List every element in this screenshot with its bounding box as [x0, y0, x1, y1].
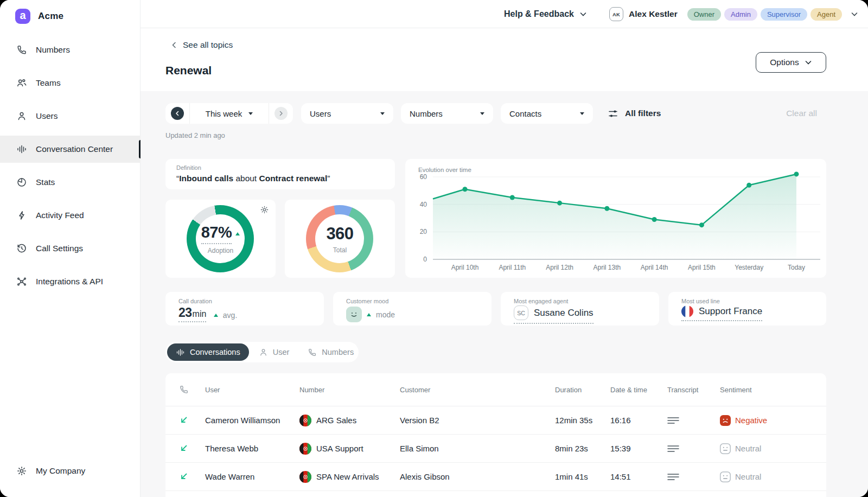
next-period-button[interactable] [275, 107, 288, 120]
sidebar-item-numbers[interactable]: Numbers [0, 36, 141, 63]
user-icon [259, 348, 268, 357]
number-cell: ARG Sales [299, 406, 356, 434]
role-badge-admin: Admin [724, 8, 757, 21]
all-filters-label: All filters [625, 109, 661, 118]
user-name: Alex Kestler [629, 9, 678, 19]
acme-logo: a [15, 9, 30, 24]
caret-down-icon [380, 112, 385, 115]
customer-cell: Version B2 [400, 406, 439, 434]
filters-icon [608, 109, 618, 119]
column-header-customer: Customer [400, 373, 430, 406]
app-window: a Acme NumbersTeamsUsersConversation Cen… [0, 0, 868, 497]
users-filter[interactable]: Users [301, 103, 393, 124]
most-engaged-agent-title: Most engaged agent [514, 298, 646, 304]
teams-icon [16, 78, 27, 88]
call-duration-value: 23 [178, 305, 192, 320]
chevron-down-icon [805, 59, 812, 66]
duration-cell: 8min 23s [555, 435, 588, 462]
conversations-table: UserNumberCustomerDurationDate & timeTra… [165, 373, 826, 497]
call-duration-note: avg. [223, 311, 237, 320]
role-badge-agent: Agent [810, 8, 842, 21]
waveform-icon [176, 348, 185, 357]
back-link[interactable]: See all topics [171, 40, 233, 50]
sidebar-item-activity-feed[interactable]: Activity Feed [0, 202, 141, 229]
clear-all-button[interactable]: Clear all [786, 103, 817, 124]
period-filter: This week [165, 103, 293, 124]
numbers-filter-label: Numbers [410, 109, 443, 118]
numbers-filter[interactable]: Numbers [401, 103, 493, 124]
svg-text:April 12th: April 12th [546, 264, 573, 271]
contacts-filter-label: Contacts [509, 109, 541, 118]
trend-up-icon [367, 313, 371, 316]
sidebar-item-integrations-api[interactable]: Integrations & API [0, 268, 141, 295]
trend-up-icon [235, 232, 240, 235]
page-header: See all topics Renewal Options [141, 28, 868, 91]
caret-down-icon [480, 112, 484, 115]
chevron-down-icon [579, 10, 587, 18]
sidebar-item-stats[interactable]: Stats [0, 169, 141, 196]
agent-avatar: SC [514, 305, 528, 320]
customer-mood-note: mode [376, 310, 395, 319]
tab-user[interactable]: User [250, 343, 298, 361]
sidebar-item-teams[interactable]: Teams [0, 69, 141, 97]
caret-down-icon [580, 112, 584, 115]
waveform-icon [16, 144, 27, 155]
transcript-icon[interactable] [667, 435, 679, 462]
call-duration-unit: min [193, 309, 207, 319]
sidebar-item-my-company[interactable]: My Company [16, 466, 85, 476]
sidebar: a Acme NumbersTeamsUsersConversation Cen… [0, 0, 141, 497]
sentiment-cell: Neutral [720, 435, 761, 462]
sidebar-item-call-settings[interactable]: Call Settings [0, 235, 141, 262]
tab-conversations[interactable]: Conversations [167, 343, 249, 361]
period-dropdown[interactable]: This week [190, 109, 269, 118]
contacts-filter[interactable]: Contacts [501, 103, 593, 124]
sidebar-item-conversation-center[interactable]: Conversation Center [0, 136, 141, 163]
column-header-date-time: Date & time [610, 373, 647, 406]
help-feedback-label: Help & Feedback [504, 9, 574, 19]
transcript-icon[interactable] [667, 406, 679, 434]
duration-cell: 1min 41s [555, 463, 588, 490]
help-feedback[interactable]: Help & Feedback [504, 0, 587, 28]
all-filters-button[interactable]: All filters [608, 103, 661, 124]
svg-text:Yesterday: Yesterday [735, 264, 763, 271]
phone-column-icon [179, 373, 189, 406]
caret-down-icon [248, 112, 253, 115]
table-row[interactable]: Wade WarrenSPA New ArrivalsAlexis Gibson… [165, 463, 826, 491]
france-flag-icon [681, 305, 693, 317]
topbar: Help & Feedback AK Alex Kestler OwnerAdm… [141, 0, 868, 28]
duration-cell: 12min 35s [555, 406, 592, 434]
updated-timestamp: Updated 2 min ago [165, 131, 225, 139]
table-row[interactable]: Cameron WilliamsonARG SalesVersion B212m… [165, 406, 826, 435]
role-badge-owner: Owner [687, 8, 721, 21]
transcript-icon[interactable] [667, 463, 679, 490]
flag-icon [299, 415, 311, 426]
mood-smiley-icon [346, 307, 362, 322]
call-duration-card: Call duration 23 min avg. [165, 292, 324, 326]
prev-period-button[interactable] [171, 107, 184, 120]
pie-icon [16, 177, 27, 188]
chevron-right-icon [278, 111, 284, 116]
sentiment-neutral: Neutral [720, 471, 761, 482]
account-menu[interactable]: AK Alex Kestler OwnerAdminSupervisorAgen… [609, 0, 858, 28]
definition-label: Definition [176, 164, 384, 171]
options-button[interactable]: Options [756, 52, 826, 73]
time-cell: 14:51 [610, 463, 631, 490]
table-row[interactable]: Theresa WebbUSA SupportElla Simon8min 23… [165, 435, 826, 463]
sidebar-item-users[interactable]: Users [0, 103, 141, 130]
brand-name: Acme [38, 11, 63, 22]
user-cell: Theresa Webb [205, 435, 258, 462]
gear-icon [16, 466, 27, 476]
tab-numbers[interactable]: Numbers [299, 343, 362, 361]
incoming-call-icon [179, 435, 188, 462]
table-header: UserNumberCustomerDurationDate & timeTra… [165, 373, 826, 406]
role-badges: OwnerAdminSupervisorAgent [684, 8, 842, 21]
brand: a Acme [15, 9, 63, 24]
number-cell: SPA New Arrivals [299, 463, 379, 490]
line-name: Support France [699, 306, 762, 317]
customer-cell: Ella Simon [400, 435, 439, 462]
adoption-label: Adoption [208, 247, 233, 254]
trend-up-icon [214, 314, 218, 317]
user-icon [16, 111, 27, 122]
phone-icon [16, 44, 27, 55]
column-header-transcript: Transcript [667, 373, 698, 406]
